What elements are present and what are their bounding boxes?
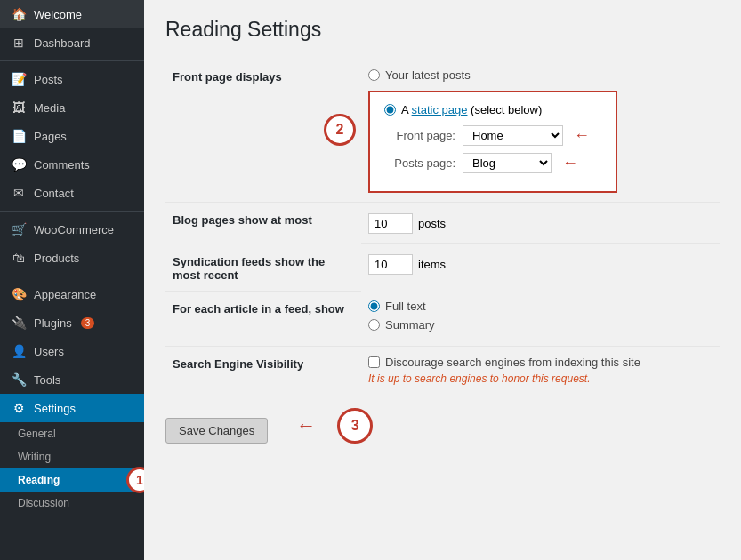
tools-icon: 🔧: [11, 372, 27, 387]
plugins-icon: 🔌: [11, 316, 27, 330]
syndication-suffix: items: [418, 258, 446, 271]
sidebar-item-comments[interactable]: 💬 Comments: [0, 150, 144, 179]
sidebar-item-pages[interactable]: 📄 Pages: [0, 122, 144, 150]
blog-pages-label: Blog pages show at most: [165, 203, 361, 244]
sidebar-sub-reading[interactable]: Reading 1: [0, 468, 144, 492]
page-title: Reading Settings: [165, 18, 720, 42]
front-page-row: Front page displays Your latest posts 2: [165, 60, 720, 203]
search-engine-label: Search Engine Visibility: [165, 347, 361, 395]
comments-icon: 💬: [11, 157, 27, 172]
sidebar-item-plugins[interactable]: 🔌 Plugins 3: [0, 308, 144, 337]
woocommerce-icon: 🛒: [11, 222, 27, 236]
radio-full-input[interactable]: [368, 300, 380, 312]
sidebar-sub-general[interactable]: General: [0, 422, 144, 445]
search-engine-note: It is up to search engines to honor this…: [368, 372, 713, 385]
radio-latest-posts: Your latest posts: [368, 68, 713, 82]
appearance-icon: 🎨: [11, 287, 27, 301]
sidebar-sub-writing[interactable]: Writing: [0, 445, 144, 468]
blog-pages-input[interactable]: [368, 213, 413, 234]
feed-article-row: For each article in a feed, show Full te…: [165, 291, 720, 347]
save-row: Save Changes ← 3: [165, 408, 720, 444]
posts-icon: 📝: [11, 72, 27, 86]
syndication-controls: items: [361, 244, 720, 284]
contact-icon: ✉: [11, 186, 27, 200]
settings-table: Front page displays Your latest posts 2: [165, 60, 720, 394]
blog-pages-suffix: posts: [418, 217, 446, 230]
front-page-select[interactable]: Home Sample Page: [463, 125, 563, 146]
discourage-label: Discourage search engines from indexing …: [385, 356, 640, 369]
settings-icon: ⚙: [11, 401, 27, 415]
sidebar-item-dashboard[interactable]: ⊞ Dashboard: [0, 28, 144, 57]
search-engine-row: Search Engine Visibility Discourage sear…: [165, 347, 720, 395]
blog-pages-row: Blog pages show at most posts: [165, 203, 720, 244]
radio-latest-input[interactable]: [368, 69, 380, 81]
syndication-row: Syndication feeds show the most recent i…: [165, 244, 720, 291]
sidebar-item-users[interactable]: 👤 Users: [0, 337, 144, 365]
posts-page-select-label: Posts page:: [384, 156, 455, 170]
sidebar-item-woocommerce[interactable]: 🛒 WooCommerce: [0, 215, 144, 244]
static-page-link[interactable]: static page: [412, 103, 468, 116]
radio-latest-label: Your latest posts: [385, 68, 471, 82]
radio-summary-input[interactable]: [368, 319, 380, 331]
radio-summary: Summary: [368, 318, 713, 332]
sidebar-item-settings[interactable]: ⚙ Settings: [0, 394, 144, 422]
radio-static-input[interactable]: [384, 104, 396, 116]
sidebar-item-products[interactable]: 🛍 Products: [0, 244, 144, 272]
radio-full-text: Full text: [368, 300, 713, 313]
annotation-circle-2: 2: [324, 114, 356, 146]
radio-static-label: A static page (select below): [401, 103, 542, 116]
static-page-label-row: A static page (select below): [384, 103, 601, 116]
sidebar-sub-discussion[interactable]: Discussion: [0, 492, 144, 515]
syndication-label: Syndication feeds show the most recent: [165, 244, 361, 291]
front-page-select-row: Front page: Home Sample Page ←: [384, 125, 601, 146]
arrow-save: ←: [296, 414, 316, 437]
blog-pages-controls: posts: [361, 203, 720, 244]
sidebar-item-welcome[interactable]: 🏠 Welcome: [0, 0, 144, 28]
radio-summary-label: Summary: [385, 318, 435, 332]
feed-article-controls: Full text Summary: [361, 291, 720, 347]
arrow-front-page: ←: [574, 126, 590, 145]
save-button[interactable]: Save Changes: [165, 418, 268, 444]
annotation-circle-3: 3: [337, 408, 373, 444]
posts-page-select-row: Posts page: Blog Home ←: [384, 153, 601, 173]
feed-article-label: For each article in a feed, show: [165, 291, 361, 347]
dashboard-icon: ⊞: [11, 36, 27, 50]
search-engine-checkbox-row: Discourage search engines from indexing …: [368, 356, 713, 369]
sidebar: 🏠 Welcome ⊞ Dashboard 📝 Posts 🖼 Media 📄 …: [0, 0, 144, 560]
sidebar-item-contact[interactable]: ✉ Contact: [0, 179, 144, 207]
posts-page-select[interactable]: Blog Home: [463, 153, 552, 173]
syndication-input[interactable]: [368, 254, 413, 275]
sidebar-item-appearance[interactable]: 🎨 Appearance: [0, 280, 144, 308]
front-page-select-label: Front page:: [384, 129, 455, 142]
sidebar-item-tools[interactable]: 🔧 Tools: [0, 365, 144, 394]
pages-icon: 📄: [11, 129, 27, 143]
annotation-circle-1: 1: [126, 467, 144, 493]
discourage-checkbox[interactable]: [368, 356, 380, 368]
arrow-posts-page: ←: [562, 154, 578, 172]
products-icon: 🛍: [11, 251, 27, 265]
media-icon: 🖼: [11, 100, 27, 115]
home-icon: 🏠: [11, 7, 27, 21]
front-page-controls: Your latest posts 2 A static page: [361, 60, 720, 203]
sidebar-item-posts[interactable]: 📝 Posts: [0, 65, 144, 93]
plugins-badge: 3: [81, 317, 95, 329]
sidebar-item-media[interactable]: 🖼 Media: [0, 93, 144, 122]
search-engine-controls: Discourage search engines from indexing …: [361, 347, 720, 395]
radio-full-label: Full text: [385, 300, 426, 313]
static-page-box: A static page (select below) Front page:…: [368, 91, 617, 193]
users-icon: 👤: [11, 344, 27, 358]
main-content: Reading Settings Front page displays You…: [144, 0, 741, 560]
